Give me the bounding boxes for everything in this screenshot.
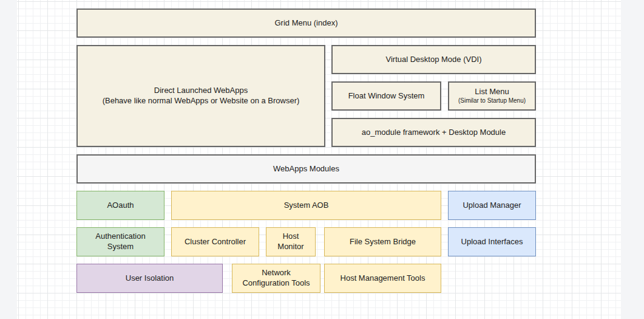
node-authentication-system[interactable]: Authentication System [76, 227, 164, 256]
node-label: Authentication System [83, 232, 158, 252]
node-aoauth[interactable]: AOauth [76, 191, 164, 220]
node-label: WebApps Modules [273, 164, 339, 174]
node-label: Host Management Tools [341, 273, 425, 284]
node-label: Float Window System [348, 91, 425, 101]
node-system-aob[interactable]: System AOB [171, 191, 441, 220]
node-label: Upload Interfaces [461, 237, 523, 247]
node-upload-manager[interactable]: Upload Manager [448, 191, 536, 220]
node-label: Direct Launched WebApps [154, 86, 248, 96]
node-label: List Menu [475, 87, 509, 97]
node-upload-interfaces[interactable]: Upload Interfaces [448, 227, 536, 256]
node-float-window-system[interactable]: Float Window System [331, 81, 441, 111]
node-label: Network Configuration Tools [239, 268, 314, 289]
node-host-management-tools[interactable]: Host Management Tools [324, 264, 441, 293]
node-label: System AOB [284, 201, 329, 211]
node-label: Virtual Desktop Mode (VDI) [386, 55, 482, 65]
node-direct-launched-webapps[interactable]: Direct Launched WebApps (Behave like nor… [76, 45, 325, 147]
node-label: ao_module framework + Desktop Module [362, 128, 506, 138]
node-label: AOauth [107, 201, 134, 211]
node-label: Host Monitor [273, 232, 309, 252]
node-grid-menu[interactable]: Grid Menu (index) [76, 9, 536, 38]
node-label: User Isolation [126, 273, 174, 284]
node-cluster-controller[interactable]: Cluster Controller [171, 227, 259, 256]
node-network-configuration-tools[interactable]: Network Configuration Tools [232, 264, 320, 293]
node-user-isolation[interactable]: User Isolation [76, 264, 223, 293]
node-label: Upload Manager [463, 201, 521, 211]
node-label: File System Bridge [350, 237, 416, 247]
node-virtual-desktop-mode[interactable]: Virtual Desktop Mode (VDI) [331, 45, 536, 74]
node-webapps-modules[interactable]: WebApps Modules [76, 154, 536, 184]
node-file-system-bridge[interactable]: File System Bridge [324, 227, 441, 256]
node-sublabel: (Behave like normal WebApps or Website o… [103, 96, 300, 106]
node-label: Cluster Controller [185, 237, 246, 247]
diagram-layer: Grid Menu (index) Direct Launched WebApp… [0, 0, 644, 319]
node-ao-module-framework[interactable]: ao_module framework + Desktop Module [331, 118, 536, 147]
node-sublabel: (Similar to Startup Menu) [458, 97, 526, 105]
node-label: Grid Menu (index) [274, 18, 337, 29]
node-list-menu[interactable]: List Menu (Similar to Startup Menu) [448, 81, 536, 111]
node-host-monitor[interactable]: Host Monitor [266, 227, 316, 256]
